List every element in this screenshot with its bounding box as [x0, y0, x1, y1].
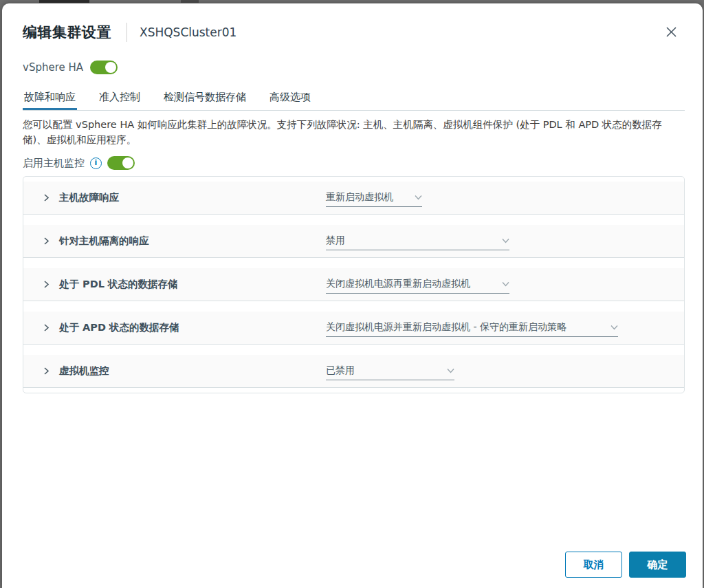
accordion-row-select[interactable]: 禁用	[326, 232, 509, 250]
ok-button[interactable]: 确定	[629, 552, 686, 578]
host-monitoring-toggle[interactable]	[107, 156, 135, 170]
select-value: 关闭虚拟机电源再重新启动虚拟机	[326, 278, 470, 290]
dialog-header: 编辑集群设置 XSHQSCluster01	[23, 23, 685, 42]
tab-advanced-options[interactable]: 高级选项	[268, 88, 312, 110]
accordion-row[interactable]: 主机故障响应重新启动虚拟机	[23, 182, 684, 215]
host-monitoring-row: 启用主机监控 i	[23, 156, 685, 170]
chevron-right-icon[interactable]	[43, 324, 50, 331]
accordion-row[interactable]: 处于 PDL 状态的数据存储关闭虚拟机电源再重新启动虚拟机	[23, 268, 684, 301]
select-value: 重新启动虚拟机	[326, 191, 393, 204]
settings-accordion: 主机故障响应重新启动虚拟机针对主机隔离的响应禁用处于 PDL 状态的数据存储关闭…	[23, 176, 685, 393]
chevron-down-icon	[605, 325, 618, 330]
background-page-remnant	[181, 0, 199, 3]
accordion-row-header[interactable]: 主机故障响应	[43, 191, 326, 204]
accordion-row-label: 处于 APD 状态的数据存储	[59, 321, 179, 334]
close-icon[interactable]	[663, 23, 679, 40]
info-circle-icon[interactable]: i	[90, 157, 102, 169]
tab-description: 您可以配置 vSphere HA 如何响应此集群上的故障状况。支持下列故障状况:…	[23, 117, 685, 147]
chevron-down-icon	[496, 238, 509, 243]
accordion-row-select[interactable]: 已禁用	[326, 362, 454, 380]
select-value: 关闭虚拟机电源并重新启动虚拟机 - 保守的重新启动策略	[326, 321, 566, 334]
select-value: 已禁用	[326, 364, 355, 377]
chevron-down-icon	[496, 281, 509, 287]
cluster-name: XSHQSCluster01	[140, 25, 236, 39]
accordion-row-header[interactable]: 处于 APD 状态的数据存储	[43, 321, 326, 334]
host-monitoring-label: 启用主机监控	[23, 157, 85, 170]
chevron-down-icon	[441, 368, 454, 373]
accordion-row-select[interactable]: 关闭虚拟机电源再重新启动虚拟机	[326, 275, 509, 294]
vsphere-ha-toggle[interactable]	[90, 61, 118, 74]
background-page-remnant	[39, 0, 89, 3]
accordion-row-label: 处于 PDL 状态的数据存储	[59, 278, 178, 291]
cancel-button[interactable]: 取消	[565, 552, 622, 578]
chevron-right-icon[interactable]	[43, 237, 50, 245]
accordion-row-label: 主机故障响应	[59, 191, 119, 204]
title-divider	[126, 23, 127, 42]
tab-bar: 故障和响应 准入控制 检测信号数据存储 高级选项	[23, 88, 685, 111]
tab-heartbeat-datastores[interactable]: 检测信号数据存储	[162, 88, 248, 110]
accordion-row[interactable]: 处于 APD 状态的数据存储关闭虚拟机电源并重新启动虚拟机 - 保守的重新启动策…	[23, 312, 684, 345]
accordion-row-header[interactable]: 针对主机隔离的响应	[43, 235, 326, 248]
chevron-right-icon[interactable]	[43, 281, 50, 288]
accordion-row-header[interactable]: 虚拟机监控	[43, 364, 326, 378]
edit-cluster-settings-dialog: 编辑集群设置 XSHQSCluster01 vSphere HA 故障和响应 准…	[2, 3, 703, 588]
accordion-row-label: 针对主机隔离的响应	[59, 235, 149, 248]
accordion-row-header[interactable]: 处于 PDL 状态的数据存储	[43, 278, 326, 291]
chevron-right-icon[interactable]	[43, 367, 50, 375]
vsphere-ha-label: vSphere HA	[23, 61, 83, 74]
accordion-row-select[interactable]: 关闭虚拟机电源并重新启动虚拟机 - 保守的重新启动策略	[326, 318, 618, 337]
chevron-right-icon[interactable]	[43, 194, 50, 202]
dialog-footer: 取消 确定	[565, 552, 686, 578]
vsphere-ha-row: vSphere HA	[23, 61, 685, 74]
accordion-row-label: 虚拟机监控	[59, 364, 109, 378]
select-value: 禁用	[326, 235, 345, 247]
dialog-title: 编辑集群设置	[23, 23, 111, 42]
accordion-row-select[interactable]: 重新启动虚拟机	[326, 188, 422, 207]
accordion-row[interactable]: 虚拟机监控已禁用	[23, 355, 684, 388]
tab-admission-control[interactable]: 准入控制	[98, 88, 142, 110]
tab-failures-responses[interactable]: 故障和响应	[23, 88, 77, 110]
accordion-row[interactable]: 针对主机隔离的响应禁用	[23, 225, 684, 258]
chevron-down-icon	[409, 195, 422, 200]
